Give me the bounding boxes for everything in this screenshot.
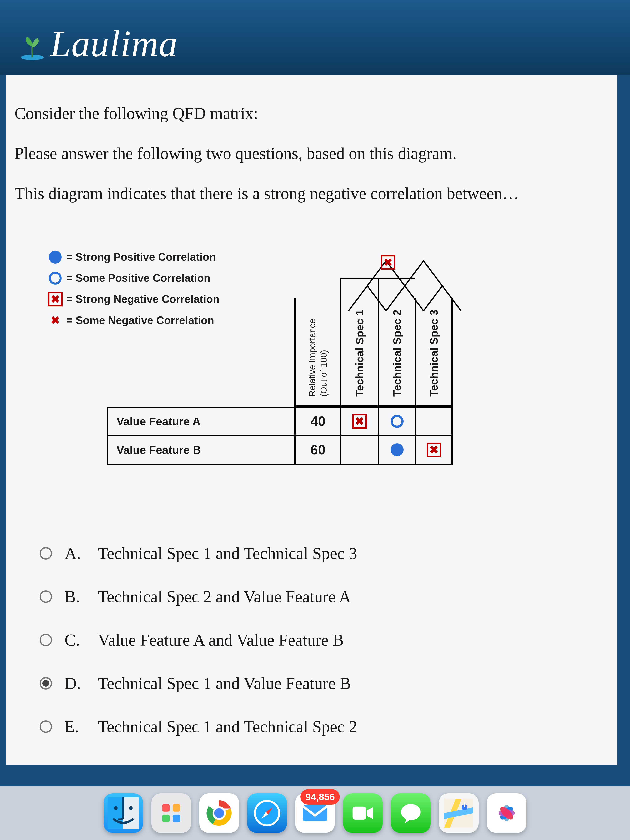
matrix-row-b: Value Feature B 60 ✖	[107, 436, 490, 465]
svg-rect-1	[108, 797, 123, 829]
svg-rect-7	[162, 815, 170, 822]
col-tech-spec-1: Technical Spec 1	[340, 278, 378, 407]
cell-a-importance: 40	[294, 407, 340, 436]
cell-a-3	[415, 407, 453, 436]
roof-symbol-strong-negative: ✖	[381, 255, 395, 270]
question-intro: Consider the following QFD matrix:	[14, 100, 609, 127]
svg-point-4	[129, 806, 133, 810]
filled-circle-icon	[48, 250, 63, 264]
legend-strong-positive: = Strong Positive Correlation	[48, 248, 219, 265]
leaf-icon	[19, 33, 46, 61]
brand-logo: Laulima	[19, 27, 178, 61]
finder-icon[interactable]	[104, 793, 143, 833]
brand-name: Laulima	[50, 27, 178, 61]
safari-icon[interactable]	[247, 793, 287, 833]
svg-point-19	[401, 804, 421, 820]
option-e[interactable]: E. Technical Spec 1 and Technical Spec 2	[39, 713, 609, 740]
boxed-x-icon: ✖	[48, 292, 63, 306]
cell-b-1	[340, 436, 378, 465]
svg-rect-5	[162, 804, 170, 812]
svg-rect-6	[173, 804, 180, 812]
cell-b-2	[378, 436, 415, 465]
x-icon: ✖	[48, 313, 63, 327]
qfd-diagram: = Strong Positive Correlation = Some Pos…	[48, 248, 609, 457]
option-d[interactable]: D. Technical Spec 1 and Value Feature B	[39, 670, 609, 697]
ring-icon	[48, 271, 63, 286]
maps-icon[interactable]	[439, 793, 478, 833]
cell-b-importance: 60	[294, 436, 340, 465]
svg-rect-16	[303, 805, 327, 821]
mail-badge: 94,856	[300, 789, 340, 805]
cell-a-2	[378, 407, 415, 436]
svg-point-3	[114, 806, 118, 810]
question-prompt: This diagram indicates that there is a s…	[14, 180, 609, 207]
qfd-matrix: ✖ Relative Importance (Out of 100) Techn…	[232, 248, 490, 457]
legend-some-positive: = Some Positive Correlation	[48, 269, 219, 287]
legend-some-negative: ✖ = Some Negative Correlation	[48, 312, 219, 329]
radio-e[interactable]	[39, 720, 52, 733]
mail-icon[interactable]: 94,856	[295, 793, 335, 833]
matrix-body: Value Feature A 40 ✖ Value Feature B 60 …	[107, 407, 490, 465]
chrome-icon[interactable]	[199, 793, 239, 833]
question-instruction: Please answer the following two question…	[14, 140, 609, 167]
column-headers: Relative Importance (Out of 100) Technic…	[294, 278, 453, 407]
cell-b-3: ✖	[415, 436, 453, 465]
launchpad-icon[interactable]	[152, 793, 191, 833]
option-a[interactable]: A. Technical Spec 1 and Technical Spec 3	[39, 540, 609, 567]
svg-rect-17	[353, 807, 366, 819]
facetime-icon[interactable]	[343, 793, 383, 833]
option-b[interactable]: B. Technical Spec 2 and Value Feature A	[39, 583, 609, 610]
radio-c[interactable]	[39, 634, 52, 646]
macos-dock: 94,856	[0, 786, 630, 840]
answer-options: A. Technical Spec 1 and Technical Spec 3…	[39, 540, 609, 740]
question-content: Consider the following QFD matrix: Pleas…	[6, 75, 617, 765]
messages-icon[interactable]	[391, 793, 431, 833]
svg-marker-18	[367, 807, 373, 819]
radio-b[interactable]	[39, 591, 52, 603]
option-c[interactable]: C. Value Feature A and Value Feature B	[39, 627, 609, 653]
legend-strong-negative: ✖ = Strong Negative Correlation	[48, 291, 219, 308]
cell-a-1: ✖	[340, 407, 378, 436]
app-header: Laulima	[0, 0, 630, 75]
svg-rect-2	[123, 797, 139, 829]
svg-rect-8	[173, 815, 180, 822]
radio-d[interactable]	[39, 677, 52, 690]
col-tech-spec-2: Technical Spec 2	[378, 278, 415, 407]
matrix-row-a: Value Feature A 40 ✖	[107, 407, 490, 436]
col-relative-importance: Relative Importance (Out of 100)	[294, 298, 340, 407]
qfd-legend: = Strong Positive Correlation = Some Pos…	[48, 248, 219, 333]
photos-icon[interactable]	[487, 793, 526, 833]
col-tech-spec-3: Technical Spec 3	[415, 298, 453, 407]
radio-a[interactable]	[39, 547, 52, 560]
